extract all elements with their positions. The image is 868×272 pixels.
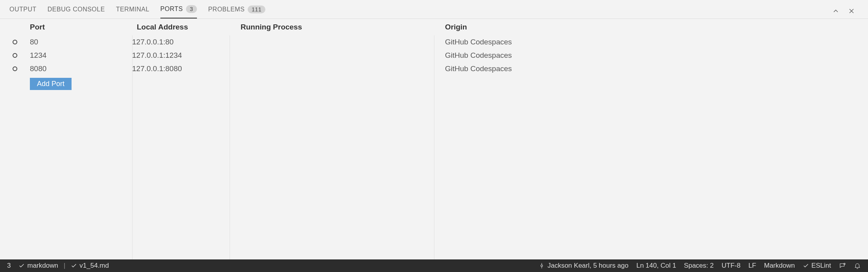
cell-origin: GitHub Codespaces (439, 64, 868, 73)
panel-tab-bar: OUTPUT DEBUG CONSOLE TERMINAL PORTS 3 PR… (0, 0, 868, 19)
col-header-port[interactable]: Port (30, 23, 132, 31)
cell-address: 127.0.0.1:1234 (132, 51, 234, 60)
divider: | (63, 262, 66, 270)
tab-debug-console[interactable]: DEBUG CONSOLE (48, 3, 105, 18)
tab-output-label: OUTPUT (9, 6, 37, 13)
status-eol[interactable]: LF (745, 262, 760, 270)
ports-columns-header: Port Local Address Running Process Origi… (0, 19, 868, 35)
port-status-icon (13, 40, 17, 44)
bell-icon (854, 262, 861, 269)
git-commit-icon (538, 262, 545, 269)
tab-ports-label: PORTS (160, 6, 183, 13)
panel-actions (832, 7, 859, 15)
close-icon[interactable] (848, 7, 855, 15)
ports-count-badge: 3 (186, 5, 197, 13)
cell-port: 8080 (30, 64, 132, 73)
feedback-icon (839, 262, 846, 269)
cell-port: 80 (30, 38, 132, 46)
status-feedback[interactable] (836, 262, 849, 269)
add-port-button[interactable]: Add Port (30, 78, 72, 90)
status-git-blame[interactable]: Jackson Kearl, 5 hours ago (535, 262, 632, 270)
status-encoding[interactable]: UTF-8 (718, 262, 743, 270)
port-status-icon (13, 53, 17, 58)
status-notifications[interactable] (851, 262, 864, 269)
col-header-origin[interactable]: Origin (439, 23, 868, 31)
tab-problems[interactable]: PROBLEMS 111 (208, 3, 265, 18)
tab-output[interactable]: OUTPUT (9, 3, 37, 18)
status-language-mode[interactable]: Markdown (761, 262, 798, 270)
problems-count-badge: 111 (248, 6, 265, 13)
cell-origin: GitHub Codespaces (439, 38, 868, 46)
tab-problems-label: PROBLEMS (208, 6, 245, 13)
status-language-1[interactable]: markdown (15, 262, 61, 270)
status-filename[interactable]: v1_54.md (68, 262, 112, 270)
col-header-address[interactable]: Local Address (132, 23, 234, 31)
ports-panel: Port Local Address Running Process Origi… (0, 19, 868, 259)
status-cursor-position[interactable]: Ln 140, Col 1 (633, 262, 679, 270)
cell-origin: GitHub Codespaces (439, 51, 868, 60)
col-header-process[interactable]: Running Process (234, 23, 439, 31)
status-eslint[interactable]: ESLint (800, 262, 834, 270)
check-icon (803, 263, 809, 269)
tab-debug-label: DEBUG CONSOLE (48, 6, 105, 13)
status-left-count[interactable]: 3 (4, 262, 14, 270)
svg-point-2 (541, 265, 542, 267)
status-indentation[interactable]: Spaces: 2 (681, 262, 717, 270)
cell-port: 1234 (30, 51, 132, 60)
ports-body: 80 127.0.0.1:80 GitHub Codespaces 1234 1… (0, 35, 868, 259)
tab-terminal[interactable]: TERMINAL (116, 3, 149, 18)
cell-address: 127.0.0.1:8080 (132, 64, 234, 73)
tab-ports[interactable]: PORTS 3 (160, 3, 197, 18)
chevron-up-icon[interactable] (832, 7, 840, 15)
cell-address: 127.0.0.1:80 (132, 38, 234, 46)
port-status-icon (13, 66, 17, 71)
tab-terminal-label: TERMINAL (116, 6, 149, 13)
check-icon (18, 263, 25, 269)
check-icon (71, 263, 77, 269)
svg-point-5 (844, 263, 845, 265)
status-bar: 3 markdown | v1_54.md Jackson Kearl, 5 h… (0, 259, 868, 272)
